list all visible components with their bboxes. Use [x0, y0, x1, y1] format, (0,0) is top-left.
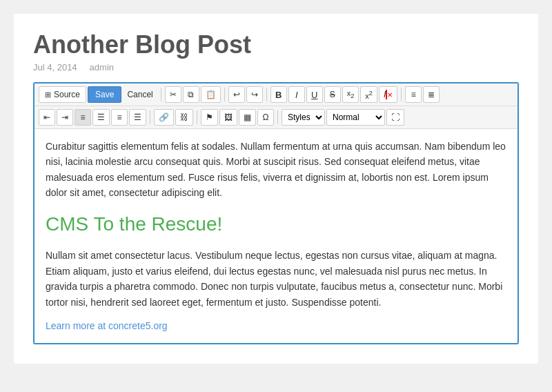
undo-icon: ↩: [233, 90, 240, 99]
fullscreen-icon: ⛶: [391, 112, 400, 122]
cancel-button[interactable]: Cancel: [123, 86, 157, 103]
post-date: Jul 4, 2014: [33, 62, 77, 72]
unlink-button[interactable]: ⛓: [175, 109, 193, 126]
superscript-button[interactable]: x2: [360, 86, 377, 103]
outdent-icon: ⇤: [43, 112, 50, 122]
unlink-icon: ⛓: [180, 112, 188, 122]
flag-icon: ⚑: [206, 112, 213, 122]
fullscreen-button[interactable]: ⛶: [386, 109, 404, 126]
bold-button[interactable]: B: [270, 86, 287, 103]
cut-icon: ✂: [170, 90, 177, 99]
content-link[interactable]: Learn more at concrete5.org: [46, 320, 168, 331]
cut-button[interactable]: ✂: [165, 86, 181, 103]
redo-icon: ↪: [251, 90, 258, 99]
italic-button[interactable]: I: [288, 86, 305, 103]
post-meta: Jul 4, 2014 admin: [33, 62, 519, 72]
align-left-icon: ≡: [80, 112, 85, 122]
source-label: Source: [54, 90, 80, 99]
table-button[interactable]: ▦: [239, 109, 256, 126]
superscript-icon: x2: [365, 90, 373, 100]
separator4: [401, 88, 402, 101]
clear-format-x: ✕: [387, 91, 393, 99]
subscript-icon: x2: [347, 89, 355, 99]
page-container: Another Blog Post Jul 4, 2014 admin ⊞ So…: [14, 14, 538, 364]
image-button[interactable]: 🖼: [219, 109, 237, 126]
toolbar-row2: ⇤ ⇥ ≡ ☰ ≡ ☰ 🔗 ⛓: [34, 106, 518, 129]
copy-button[interactable]: ⧉: [183, 86, 199, 103]
save-button[interactable]: Save: [88, 86, 121, 103]
format-select[interactable]: Normal Heading 1 Heading 2 Heading 3: [326, 109, 385, 126]
separator6: [197, 110, 197, 124]
align-justify-icon: ☰: [134, 112, 141, 122]
flag-button[interactable]: ⚑: [201, 109, 218, 126]
source-button[interactable]: ⊞ Source: [39, 86, 86, 103]
italic-icon: I: [295, 90, 298, 100]
align-left-button[interactable]: ≡: [75, 109, 91, 126]
align-right-icon: ≡: [117, 112, 121, 122]
redo-button[interactable]: ↪: [246, 86, 263, 103]
image-icon: 🖼: [224, 112, 233, 122]
content-heading: CMS To the Rescue!: [46, 209, 506, 240]
indent-button[interactable]: ⇥: [57, 109, 73, 126]
content-paragraph2: Nullam sit amet consectetur lacus. Vesti…: [46, 248, 506, 310]
special-char-icon: Ω: [263, 112, 269, 122]
link-button[interactable]: 🔗: [154, 109, 174, 126]
separator2: [224, 88, 225, 101]
paste-button[interactable]: 📋: [201, 86, 221, 103]
post-title: Another Blog Post: [33, 30, 519, 59]
align-center-icon: ☰: [97, 112, 105, 122]
content-paragraph1: Curabitur sagittis elementum felis at so…: [46, 139, 506, 201]
separator5: [150, 110, 150, 124]
ordered-list-icon: ≡: [411, 90, 416, 99]
align-center-button[interactable]: ☰: [92, 109, 110, 126]
table-icon: ▦: [244, 112, 251, 122]
align-justify-button[interactable]: ☰: [129, 109, 146, 126]
paste-icon: 📋: [206, 90, 216, 99]
post-author: admin: [90, 62, 114, 72]
unordered-list-icon: ≣: [428, 90, 435, 99]
copy-icon: ⧉: [188, 90, 194, 99]
ordered-list-button[interactable]: ≡: [405, 86, 422, 103]
strikethrough-button[interactable]: S: [324, 86, 341, 103]
strikethrough-icon: S: [330, 90, 335, 99]
styles-select[interactable]: Styles: [282, 109, 325, 126]
subscript-button[interactable]: x2: [342, 86, 359, 103]
special-char-button[interactable]: Ω: [257, 109, 274, 126]
bold-icon: B: [275, 90, 282, 100]
align-right-button[interactable]: ≡: [111, 109, 128, 126]
clear-format-button[interactable]: I✕: [379, 86, 397, 103]
separator1: [161, 88, 161, 101]
separator7: [277, 110, 278, 124]
editor-content[interactable]: Curabitur sagittis elementum felis at so…: [34, 129, 518, 343]
link-icon: 🔗: [159, 112, 169, 122]
underline-button[interactable]: U: [306, 86, 323, 103]
outdent-button[interactable]: ⇤: [39, 109, 55, 126]
separator3: [266, 88, 267, 101]
editor-wrapper: ⊞ Source Save Cancel ✂ ⧉ 📋 ↩ ↪: [33, 82, 519, 344]
source-icon: ⊞: [45, 90, 51, 99]
underline-icon: U: [311, 90, 317, 100]
undo-button[interactable]: ↩: [228, 86, 245, 103]
unordered-list-button[interactable]: ≣: [423, 86, 440, 103]
toolbar-row1: ⊞ Source Save Cancel ✂ ⧉ 📋 ↩ ↪: [34, 84, 518, 106]
indent-icon: ⇥: [61, 112, 68, 122]
